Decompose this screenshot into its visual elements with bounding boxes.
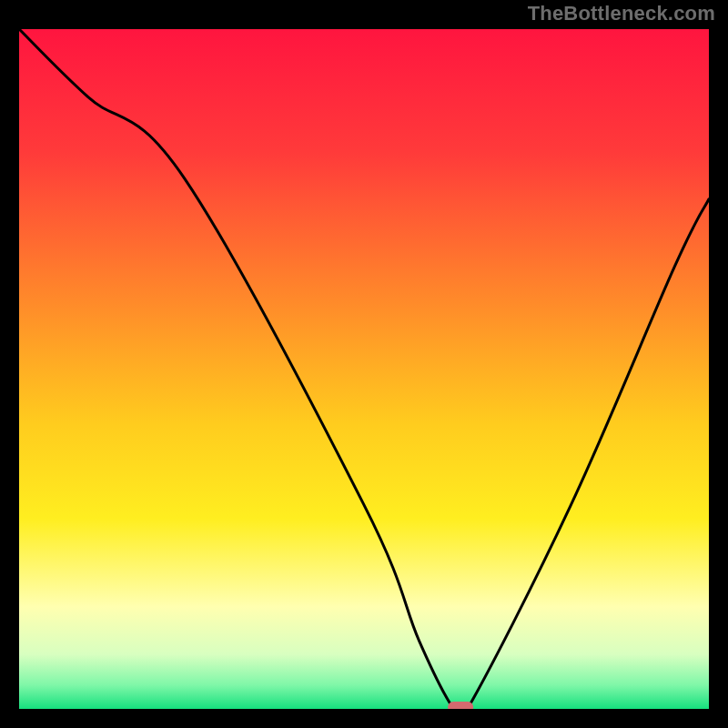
optimal-marker [448,702,473,709]
chart-frame: TheBottleneck.com [0,0,728,728]
plot-area [19,29,709,709]
watermark-text: TheBottleneck.com [528,2,715,25]
gradient-background [19,29,709,709]
bottleneck-chart [19,29,709,709]
